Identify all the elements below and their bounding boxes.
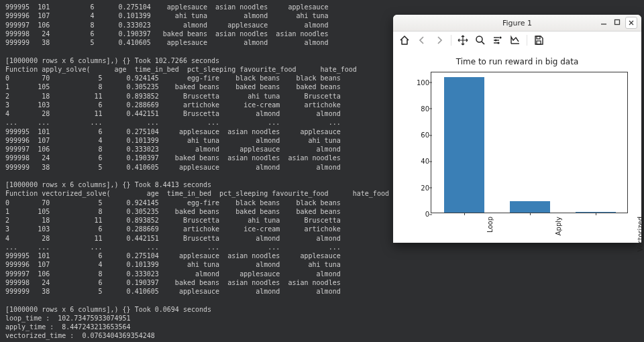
home-icon[interactable] xyxy=(398,34,411,46)
ytick-label: 80 xyxy=(416,105,429,112)
minimize-button[interactable] xyxy=(598,17,609,27)
ytick-label: 100 xyxy=(416,78,429,86)
back-icon[interactable] xyxy=(416,34,428,46)
ytick-label: 0 xyxy=(416,211,429,218)
terminal-line: loop_time : 102.73475933074951 xyxy=(5,314,639,323)
plot-canvas[interactable]: Time to run reward in big data LoopApply… xyxy=(393,49,641,243)
chart-bar xyxy=(444,77,485,213)
window-titlebar[interactable]: Figure 1 xyxy=(393,15,641,32)
ytick-label: 40 xyxy=(416,158,429,165)
chart-title: Time to run reward in big data xyxy=(393,57,641,66)
save-icon[interactable] xyxy=(533,34,545,46)
mpl-toolbar xyxy=(393,32,641,49)
subplots-icon[interactable] xyxy=(492,34,504,46)
terminal-line: 999995 101 6 0.275104 applesauce asian n… xyxy=(5,251,639,260)
terminal-line: 999998 24 6 0.190397 baked beans asian n… xyxy=(5,278,639,287)
xtick-mark xyxy=(464,213,465,215)
svg-point-4 xyxy=(476,36,482,42)
toolbar-separator xyxy=(527,35,527,46)
terminal-line: 999996 107 4 0.101399 ahi tuna almond ah… xyxy=(5,260,639,269)
svg-point-11 xyxy=(497,42,499,44)
ytick-label: 20 xyxy=(416,184,429,191)
maximize-button[interactable] xyxy=(612,17,623,27)
close-button[interactable] xyxy=(625,17,637,29)
terminal-line: vectorized_time : 0.0763404369354248 xyxy=(5,331,639,340)
terminal-line: ... ... ... ... ... ... ... xyxy=(5,243,639,251)
svg-rect-1 xyxy=(615,20,620,25)
chart-axes: LoopApplyVectorized xyxy=(431,72,628,213)
svg-point-9 xyxy=(499,36,501,38)
terminal-line: 999997 106 8 0.333023 almond applesauce … xyxy=(5,270,639,278)
window-title: Figure 1 xyxy=(502,19,532,27)
window-controls xyxy=(598,17,637,29)
xtick-label: Apply xyxy=(555,213,562,235)
chart-bar xyxy=(510,201,551,213)
xtick-mark xyxy=(596,213,596,215)
matplotlib-figure-window: Figure 1 xyxy=(393,15,641,243)
svg-rect-13 xyxy=(537,36,540,39)
svg-line-5 xyxy=(482,42,484,44)
toolbar-separator xyxy=(451,35,451,46)
xtick-mark xyxy=(530,213,531,215)
edit-axes-icon[interactable] xyxy=(509,34,521,46)
terminal-line: 999999 38 5 0.410605 applesauce almond a… xyxy=(5,287,639,296)
terminal-line: 999995 101 6 0.275104 applesauce asian n… xyxy=(5,3,639,11)
svg-point-10 xyxy=(494,39,496,41)
forward-icon[interactable] xyxy=(433,34,445,46)
xtick-label: Vectorized xyxy=(637,213,644,251)
zoom-icon[interactable] xyxy=(474,34,486,46)
terminal-line xyxy=(5,296,639,304)
ytick-label: 60 xyxy=(416,131,429,139)
pan-icon[interactable] xyxy=(457,34,469,46)
xtick-label: Loop xyxy=(486,213,494,233)
terminal-line: apply_time : 8.447243213653564 xyxy=(5,323,639,331)
svg-rect-14 xyxy=(537,41,541,44)
terminal-line: [1000000 rows x 6 columns],) {} Took 0.0… xyxy=(5,305,639,314)
